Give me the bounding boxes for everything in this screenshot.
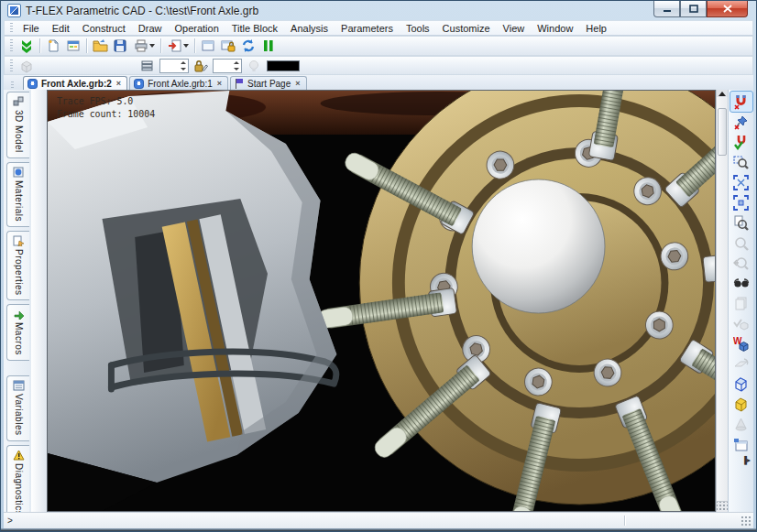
highlight-lamp-button[interactable] <box>244 57 264 75</box>
window-lock-icon <box>221 38 236 53</box>
regenerate-button[interactable] <box>238 37 258 55</box>
menu-construct[interactable]: Construct <box>76 22 132 35</box>
window-bottom-edge <box>1 528 756 531</box>
tab-start-page[interactable]: Start Page × <box>230 76 307 90</box>
menu-customize[interactable]: Customize <box>436 22 497 35</box>
sidebar-tab-materials[interactable]: Materials <box>6 162 29 227</box>
menu-title-block[interactable]: Title Block <box>225 22 284 35</box>
close-button[interactable] <box>707 1 748 17</box>
expand-toolbar-button[interactable] <box>16 37 37 55</box>
import-dropdown-arrow[interactable] <box>183 44 189 48</box>
layers-button[interactable] <box>137 57 158 75</box>
level-spinbox[interactable] <box>159 59 189 73</box>
tab-close-icon[interactable]: × <box>294 79 300 88</box>
rotate-plane-button[interactable] <box>730 353 752 374</box>
snap-pin-button[interactable] <box>730 112 752 132</box>
viewport-3d[interactable]: Trace FPS: 5.0 Frame count: 10004 <box>47 90 716 512</box>
sidebar-tab-diagnostics[interactable]: Diagnostics <box>6 445 29 521</box>
menu-window[interactable]: Window <box>531 22 579 35</box>
tab-close-icon[interactable]: × <box>115 79 121 88</box>
save-document-button[interactable] <box>110 37 130 55</box>
menu-bar: File Edit Construct Draw Operation Title… <box>4 20 753 36</box>
shaded-view-button[interactable] <box>730 394 752 414</box>
menu-help[interactable]: Help <box>579 22 613 35</box>
quick-view-button[interactable] <box>730 414 752 434</box>
sidebar-tab-label: Diagnostics <box>14 463 24 516</box>
splitter-handle[interactable] <box>717 90 728 97</box>
scrollbar-grid-button[interactable] <box>717 501 728 512</box>
print-dropdown-arrow[interactable] <box>149 44 155 48</box>
fit-selection-button[interactable] <box>730 192 752 212</box>
command-prompt: > <box>7 516 13 526</box>
spin-arrows[interactable] <box>180 60 187 72</box>
wireframe-view-button[interactable] <box>730 374 752 394</box>
new-view-window-button[interactable] <box>730 434 752 454</box>
tab-front-axle-1[interactable]: Front Axle.grb:1 × <box>129 76 228 90</box>
toolbar1-grip[interactable] <box>10 39 13 52</box>
title-bar[interactable]: T-FLEX Parametric CAD - C:\test\Front Ax… <box>1 1 756 20</box>
printer-icon <box>134 38 148 53</box>
window-protect-button[interactable] <box>218 37 238 55</box>
menu-edit[interactable]: Edit <box>46 22 76 35</box>
construction-lock-button[interactable] <box>191 57 211 75</box>
snap-accept-button[interactable] <box>730 132 752 152</box>
toolbar-overflow-button[interactable]: ▐▸ <box>741 456 753 464</box>
hide-elements-button[interactable] <box>730 313 752 333</box>
tab-label: Start Page <box>247 79 291 89</box>
toolbar-separator <box>86 38 87 53</box>
toolbar-separator <box>39 38 40 53</box>
sidebar-tab-properties[interactable]: Properties <box>6 231 29 301</box>
menu-draw[interactable]: Draw <box>132 22 169 35</box>
fit-window-button[interactable] <box>730 172 752 192</box>
document-tab-bar: Front Axle.grb:2 × Front Axle.grb:1 × St… <box>4 75 753 90</box>
view-glasses-button[interactable] <box>730 273 752 293</box>
sidebar-tab-3d-model[interactable]: 3D Model <box>6 92 29 158</box>
tab-close-icon[interactable]: × <box>216 79 222 88</box>
new-window-button[interactable] <box>198 37 218 55</box>
zoom-previous-button[interactable] <box>730 253 752 273</box>
scrollbar-thumb[interactable] <box>718 108 727 156</box>
scrollbar-track[interactable] <box>717 97 728 501</box>
properties-icon <box>13 235 25 246</box>
model-box-icon <box>19 59 34 73</box>
zoom-page-button[interactable] <box>730 212 752 233</box>
lamp-icon <box>247 60 260 72</box>
maximize-button[interactable] <box>680 1 707 17</box>
status-bar: > <box>4 512 753 528</box>
tabbar-grip[interactable] <box>11 81 14 90</box>
menu-parameters[interactable]: Parameters <box>335 22 400 35</box>
redraw-cube-button[interactable]: W <box>730 333 752 353</box>
fit-selection-icon <box>733 195 749 211</box>
current-color-swatch[interactable] <box>267 60 300 71</box>
overlay-frame-count: Frame count: 10004 <box>57 109 155 119</box>
import-button[interactable] <box>164 37 192 55</box>
toolbar2-grip[interactable] <box>10 60 13 71</box>
sidebar-tab-macros[interactable]: Macros <box>6 304 29 361</box>
new-document-button[interactable] <box>43 37 63 55</box>
menu-file[interactable]: File <box>16 22 46 35</box>
sheets-button[interactable] <box>730 293 752 313</box>
tab-front-axle-2[interactable]: Front Axle.grb:2 × <box>23 76 127 90</box>
macros-icon <box>13 309 25 320</box>
sidebar-tab-variables[interactable]: Variables <box>6 375 29 440</box>
menu-analysis[interactable]: Analysis <box>284 22 335 35</box>
layer-spinbox[interactable] <box>213 59 242 73</box>
menu-view[interactable]: View <box>497 22 532 35</box>
spin-arrows[interactable] <box>233 60 240 72</box>
print-button[interactable] <box>130 37 158 55</box>
toolbar-separator <box>160 38 161 53</box>
stacked-pages-icon <box>733 296 749 311</box>
model-box-button[interactable] <box>16 57 37 75</box>
viewport-vscrollbar[interactable] <box>716 90 728 512</box>
new-from-prototype-button[interactable] <box>63 37 83 55</box>
menu-operation[interactable]: Operation <box>168 22 225 35</box>
snap-magnet-button[interactable] <box>730 92 752 112</box>
menu-grip[interactable] <box>10 23 13 33</box>
minimize-button[interactable] <box>653 1 680 17</box>
zoom-dynamic-button[interactable] <box>730 233 752 253</box>
pause-button[interactable] <box>258 37 279 55</box>
open-document-button[interactable] <box>90 37 110 55</box>
zoom-window-button[interactable] <box>730 152 752 172</box>
resize-grip[interactable] <box>741 516 752 527</box>
menu-tools[interactable]: Tools <box>400 22 436 35</box>
